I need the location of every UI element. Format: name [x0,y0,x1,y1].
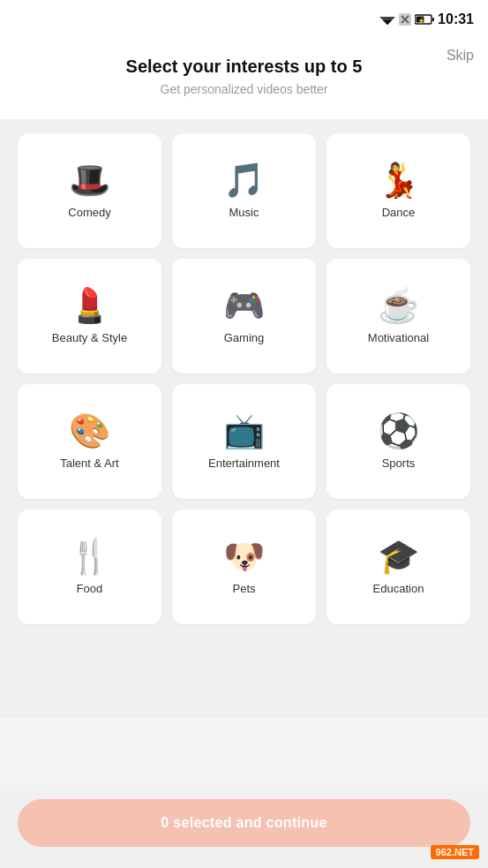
category-emoji-pets: 🐶 [223,540,265,573]
wifi-icon [379,13,395,26]
category-card-dance[interactable]: 💃 Dance [327,133,470,248]
status-time: 10:31 [438,11,474,27]
category-label-talent: Talent & Art [60,457,118,470]
category-emoji-motivational: ☕ [378,289,419,322]
svg-text:⚡: ⚡ [417,17,425,25]
status-icons: ⚡ 10:31 [379,11,474,27]
category-emoji-beauty: 💄 [69,289,110,322]
svg-rect-7 [432,18,434,21]
category-card-pets[interactable]: 🐶 Pets [172,509,316,624]
categories-grid: 🎩 Comedy 🎵 Music 💃 Dance 💄 Beauty & Styl… [0,119,488,638]
category-emoji-sports: ⚽ [378,414,419,448]
skip-button[interactable]: Skip [447,48,474,64]
category-label-food: Food [77,582,103,595]
category-card-entertainment[interactable]: 📺 Entertainment [172,384,316,499]
category-emoji-dance: 💃 [378,163,419,197]
category-card-sports[interactable]: ⚽ Sports [327,384,470,499]
svg-marker-2 [386,23,389,25]
category-card-music[interactable]: 🎵 Music [172,133,316,248]
category-label-beauty: Beauty & Style [52,331,127,344]
category-label-entertainment: Entertainment [208,457,280,470]
category-card-food[interactable]: 🍴 Food [18,509,161,624]
category-label-comedy: Comedy [68,206,110,219]
category-card-beauty[interactable]: 💄 Beauty & Style [18,259,161,374]
battery-icon: ⚡ [415,14,434,25]
category-card-education[interactable]: 🎓 Education [327,509,470,624]
category-card-comedy[interactable]: 🎩 Comedy [18,133,161,248]
category-label-dance: Dance [382,206,416,219]
category-emoji-entertainment: 📺 [223,414,265,448]
category-emoji-food: 🍴 [69,540,110,573]
page-title: Select your interests up to 5 [18,57,470,77]
categories-section: 🎩 Comedy 🎵 Music 💃 Dance 💄 Beauty & Styl… [0,119,488,718]
bottom-bar: 0 selected and continue [0,785,488,868]
category-emoji-comedy: 🎩 [69,163,110,197]
category-emoji-gaming: 🎮 [223,289,265,322]
continue-button[interactable]: 0 selected and continue [18,799,470,847]
watermark: 962.NET [431,845,479,859]
category-emoji-education: 🎓 [378,540,419,573]
category-label-motivational: Motivational [368,331,429,344]
category-label-pets: Pets [232,582,255,595]
category-label-education: Education [373,582,424,595]
category-card-motivational[interactable]: ☕ Motivational [327,259,470,374]
category-label-sports: Sports [382,457,416,470]
category-card-gaming[interactable]: 🎮 Gaming [172,259,316,374]
page-subtitle: Get personalized videos better [18,82,470,96]
category-label-music: Music [229,206,259,219]
category-card-talent[interactable]: 🎨 Talent & Art [18,384,161,499]
category-emoji-music: 🎵 [223,163,265,197]
signal-icon [399,13,411,26]
status-bar: ⚡ 10:31 [0,0,488,39]
header: Select your interests up to 5 Get person… [0,39,488,105]
category-label-gaming: Gaming [224,331,265,344]
category-emoji-talent: 🎨 [69,414,110,448]
